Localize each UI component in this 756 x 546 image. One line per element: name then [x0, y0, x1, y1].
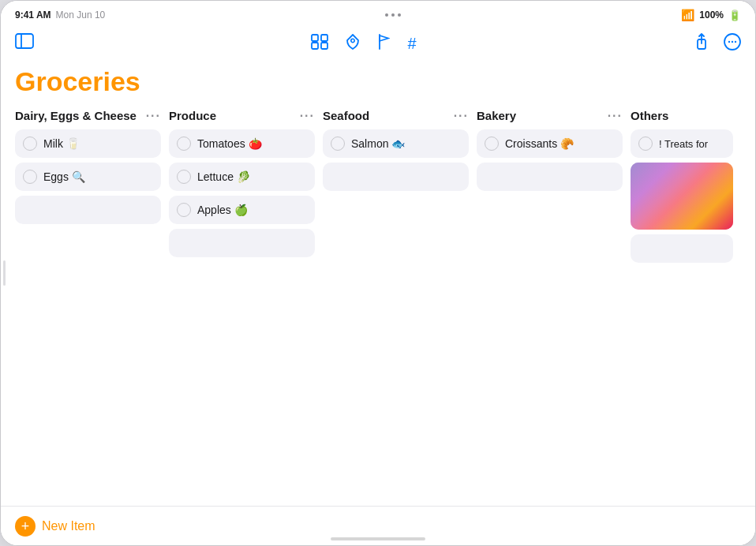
item-checkbox[interactable]	[23, 170, 37, 184]
svg-point-10	[728, 40, 730, 42]
column-title-produce: Produce	[169, 109, 216, 123]
new-item-plus-circle: +	[15, 516, 36, 537]
item-text: Milk 🥛	[43, 137, 153, 150]
new-item-label: New Item	[42, 519, 95, 533]
list-item[interactable]: Lettuce 🥬	[169, 163, 315, 191]
svg-point-11	[732, 40, 733, 42]
main-content: Groceries Dairy, Eggs & Cheese ··· Milk …	[1, 61, 755, 523]
ipad-frame: 9:41 AM Mon Jun 10 📶 100% 🔋	[0, 0, 756, 546]
sidebar-toggle-icon[interactable]	[15, 33, 34, 54]
status-right: 📶 100% 🔋	[681, 9, 741, 21]
treats-image-card	[631, 163, 733, 230]
list-item[interactable]: Milk 🥛	[15, 129, 161, 158]
battery-icon: 🔋	[728, 9, 741, 21]
list-item[interactable]: Croissants 🥐	[477, 129, 623, 158]
share-icon[interactable]	[694, 33, 709, 54]
column-header-seafood: Seafood ···	[323, 109, 469, 123]
column-dairy: Dairy, Eggs & Cheese ··· Milk 🥛 Eggs 🔍	[15, 109, 161, 229]
wifi-icon: 📶	[681, 9, 694, 21]
svg-rect-5	[321, 43, 327, 49]
item-text: Eggs 🔍	[43, 170, 153, 183]
column-bakery: Bakery ··· Croissants 🥐	[477, 109, 623, 196]
column-seafood: Seafood ··· Salmon 🐟	[323, 109, 469, 196]
column-produce: Produce ··· Tomatoes 🍅 Lettuce 🥬 Apples …	[169, 109, 315, 262]
item-text: Croissants 🥐	[505, 137, 615, 150]
status-date: Mon Jun 10	[56, 9, 106, 21]
toolbar-center: #	[311, 34, 416, 54]
column-header-bakery: Bakery ···	[477, 109, 623, 123]
item-text: Tomatoes 🍅	[197, 137, 307, 150]
column-header-dairy: Dairy, Eggs & Cheese ···	[15, 109, 161, 123]
list-item[interactable]: Salmon 🐟	[323, 129, 469, 158]
toolbar-left	[15, 33, 34, 54]
plus-icon: +	[21, 519, 30, 533]
item-text: ! Treats for	[659, 138, 725, 150]
item-text: Apples 🍏	[197, 204, 307, 216]
column-others: Others ! Treats for	[631, 109, 733, 267]
columns-container: Dairy, Eggs & Cheese ··· Milk 🥛 Eggs 🔍 P…	[15, 109, 741, 267]
item-text: Salmon 🐟	[351, 137, 461, 150]
column-menu-produce[interactable]: ···	[300, 109, 315, 123]
column-header-others: Others	[631, 109, 733, 123]
item-text: Lettuce 🥬	[197, 170, 307, 183]
svg-point-6	[351, 39, 354, 42]
list-item[interactable]: Eggs 🔍	[15, 163, 161, 191]
item-checkbox[interactable]	[485, 136, 499, 151]
column-header-produce: Produce ···	[169, 109, 315, 123]
list-item[interactable]: Apples 🍏	[169, 196, 315, 224]
svg-rect-3	[321, 35, 327, 41]
toolbar-right	[694, 33, 741, 54]
svg-rect-0	[16, 34, 33, 48]
item-checkbox[interactable]	[177, 170, 191, 184]
item-checkbox[interactable]	[177, 136, 191, 151]
list-item[interactable]: ! Treats for	[631, 129, 733, 158]
toolbar: #	[1, 26, 755, 61]
column-title-dairy: Dairy, Eggs & Cheese	[15, 109, 137, 123]
item-checkbox[interactable]	[23, 136, 37, 151]
column-title-seafood: Seafood	[323, 109, 369, 123]
status-time: 9:41 AM	[15, 9, 51, 21]
column-menu-bakery[interactable]: ···	[608, 109, 623, 123]
grid-icon[interactable]	[311, 34, 328, 54]
column-title-others: Others	[631, 109, 668, 123]
flag-icon[interactable]	[377, 34, 390, 54]
home-indicator	[331, 537, 425, 540]
item-checkbox[interactable]	[331, 136, 345, 151]
column-title-bakery: Bakery	[477, 109, 516, 123]
item-empty-others	[631, 234, 733, 263]
status-dots	[385, 13, 401, 17]
status-bar: 9:41 AM Mon Jun 10 📶 100% 🔋	[1, 1, 755, 26]
svg-rect-2	[312, 35, 318, 41]
svg-point-12	[735, 40, 736, 42]
item-checkbox[interactable]	[177, 203, 191, 217]
hash-icon[interactable]: #	[407, 35, 416, 53]
item-checkbox[interactable]	[638, 136, 653, 151]
column-menu-dairy[interactable]: ···	[146, 109, 161, 123]
new-item-button[interactable]: + New Item	[15, 516, 95, 537]
item-empty-bakery	[477, 163, 623, 191]
item-empty-produce	[169, 229, 315, 257]
battery-label: 100%	[699, 9, 724, 21]
sidebar-edge	[3, 260, 6, 286]
location-icon[interactable]	[346, 34, 360, 54]
item-empty-seafood	[323, 163, 469, 191]
column-menu-seafood[interactable]: ···	[454, 109, 469, 123]
page-title: Groceries	[15, 67, 741, 96]
more-icon[interactable]	[724, 33, 741, 54]
list-item[interactable]: Tomatoes 🍅	[169, 129, 315, 158]
svg-rect-4	[312, 43, 318, 49]
item-empty-dairy	[15, 196, 161, 224]
